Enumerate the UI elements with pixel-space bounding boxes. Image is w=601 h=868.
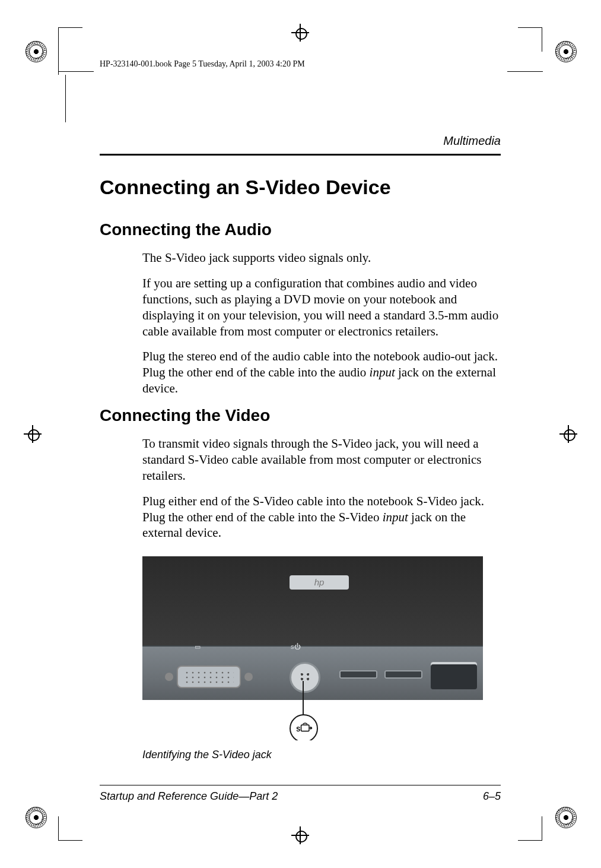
registration-mark-icon (24, 805, 47, 829)
emphasis: input (383, 510, 408, 524)
paragraph: Plug either end of the S-Video cable int… (142, 493, 501, 541)
crosshair-icon (291, 24, 309, 42)
footer-rule (100, 785, 501, 785)
svg-text:S: S (296, 726, 300, 733)
vga-port-icon (177, 666, 241, 688)
s-video-port-icon (290, 662, 320, 693)
footer-page-number: 6–5 (483, 790, 501, 803)
usb-port-icon (339, 670, 377, 679)
svg-rect-1 (301, 725, 310, 731)
paragraph: The S-Video jack supports video signals … (142, 250, 501, 266)
emphasis: input (370, 365, 395, 379)
crosshair-icon (291, 826, 309, 844)
footer-left: Startup and Reference Guide—Part 2 (100, 790, 278, 803)
document-header: HP-323140-001.book Page 5 Tuesday, April… (100, 59, 501, 69)
guide-line (507, 71, 543, 72)
port-label-icon: ▭ (195, 643, 201, 651)
guide-line (58, 71, 94, 72)
registration-mark-icon (24, 39, 47, 63)
hp-logo-icon: hp (290, 575, 349, 590)
figure-caption: Identifying the S-Video jack (142, 749, 483, 761)
paragraph: If you are setting up a configuration th… (142, 275, 501, 340)
registration-mark-icon (554, 805, 577, 829)
port-label-icon: s⏻ (291, 643, 301, 650)
page-body: HP-323140-001.book Page 5 Tuesday, April… (100, 59, 501, 803)
page-footer: Startup and Reference Guide—Part 2 6–5 (100, 790, 501, 803)
paragraph: To transmit video signals through the S-… (142, 436, 501, 484)
subheading-video: Connecting the Video (100, 406, 501, 425)
parallel-port-icon (431, 662, 477, 689)
callout-leader (303, 681, 304, 718)
figure: hp ▭ s⏻ S Identifying the S (142, 556, 483, 761)
heading-rule (100, 154, 501, 156)
usb-port-icon (384, 670, 422, 679)
page-title: Connecting an S-Video Device (100, 176, 501, 199)
running-head: Multimedia (100, 134, 501, 148)
crosshair-icon (559, 425, 577, 443)
crosshair-icon (24, 425, 42, 443)
registration-mark-icon (554, 39, 577, 63)
subheading-audio: Connecting the Audio (100, 220, 501, 239)
s-video-callout-icon: S (290, 714, 318, 740)
figure-image: hp ▭ s⏻ S (142, 556, 483, 740)
paragraph: Plug the stereo end of the audio cable i… (142, 349, 501, 397)
